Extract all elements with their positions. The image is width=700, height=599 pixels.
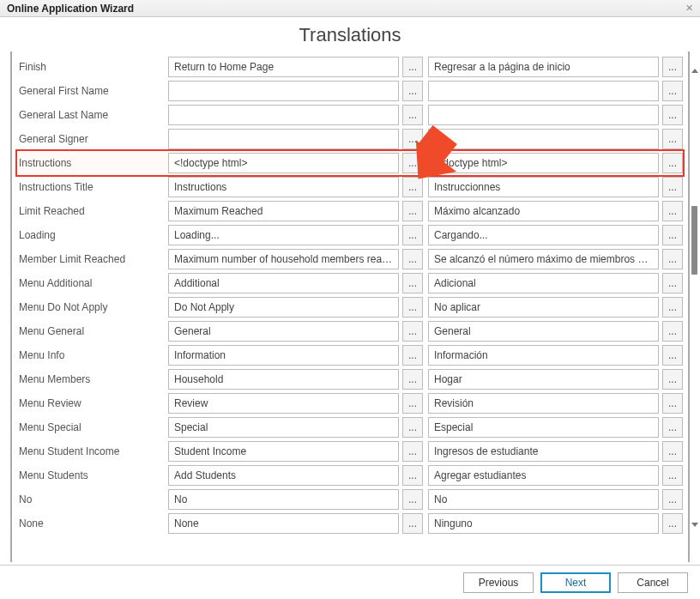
target-input[interactable] <box>428 273 659 293</box>
ellipsis-button[interactable]: ... <box>402 321 423 342</box>
source-cell: ... <box>168 297 423 318</box>
source-input[interactable] <box>168 201 399 221</box>
ellipsis-button[interactable]: ... <box>402 345 423 366</box>
source-input[interactable] <box>168 369 399 390</box>
target-input[interactable] <box>428 129 659 149</box>
target-cell: ... <box>428 201 683 221</box>
ellipsis-button[interactable]: ... <box>402 297 423 318</box>
ellipsis-button[interactable]: ... <box>402 393 423 414</box>
row-label: Menu Review <box>17 397 163 409</box>
ellipsis-button[interactable]: ... <box>662 225 683 245</box>
scroll-down-icon[interactable] <box>691 523 698 527</box>
source-cell: ... <box>168 321 423 342</box>
ellipsis-button[interactable]: ... <box>402 513 423 534</box>
ellipsis-button[interactable]: ... <box>662 345 683 366</box>
target-input[interactable] <box>428 465 659 486</box>
ellipsis-button[interactable]: ... <box>662 465 683 486</box>
source-input[interactable] <box>168 225 399 245</box>
source-input[interactable] <box>168 153 399 173</box>
ellipsis-button[interactable]: ... <box>662 513 683 534</box>
ellipsis-button[interactable]: ... <box>402 105 423 125</box>
ellipsis-button[interactable]: ... <box>402 249 423 269</box>
ellipsis-button[interactable]: ... <box>402 273 423 293</box>
source-input[interactable] <box>168 249 399 269</box>
row-label: Menu Student Income <box>17 445 163 457</box>
source-input[interactable] <box>168 273 399 293</box>
target-input[interactable] <box>428 105 659 125</box>
source-input[interactable] <box>168 345 399 366</box>
source-input[interactable] <box>168 57 399 77</box>
cancel-button[interactable]: Cancel <box>618 572 688 593</box>
ellipsis-button[interactable]: ... <box>662 369 683 390</box>
target-input[interactable] <box>428 201 659 221</box>
target-input[interactable] <box>428 57 659 77</box>
target-input[interactable] <box>428 225 659 245</box>
source-input[interactable] <box>168 81 399 101</box>
target-input[interactable] <box>428 81 659 101</box>
ellipsis-button[interactable]: ... <box>662 417 683 438</box>
ellipsis-button[interactable]: ... <box>662 441 683 462</box>
window-title: Online Application Wizard <box>7 3 134 15</box>
target-input[interactable] <box>428 153 659 173</box>
source-input[interactable] <box>168 465 399 486</box>
ellipsis-button[interactable]: ... <box>662 273 683 293</box>
next-button[interactable]: Next <box>540 572 611 593</box>
source-input[interactable] <box>168 417 399 438</box>
ellipsis-button[interactable]: ... <box>662 321 683 342</box>
ellipsis-button[interactable]: ... <box>662 297 683 318</box>
ellipsis-button[interactable]: ... <box>402 441 423 462</box>
target-input[interactable] <box>428 441 659 462</box>
target-input[interactable] <box>428 177 659 197</box>
ellipsis-button[interactable]: ... <box>662 393 683 414</box>
previous-button[interactable]: Previous <box>463 572 534 593</box>
translation-row: Menu Members...... <box>17 367 683 391</box>
row-label: General First Name <box>17 85 163 97</box>
ellipsis-button[interactable]: ... <box>402 57 423 77</box>
target-input[interactable] <box>428 321 659 342</box>
ellipsis-button[interactable]: ... <box>402 201 423 221</box>
ellipsis-button[interactable]: ... <box>402 369 423 390</box>
target-input[interactable] <box>428 513 659 534</box>
ellipsis-button[interactable]: ... <box>662 249 683 269</box>
source-cell: ... <box>168 441 423 462</box>
source-input[interactable] <box>168 105 399 125</box>
source-input[interactable] <box>168 321 399 342</box>
source-input[interactable] <box>168 297 399 318</box>
translation-row: Instructions...... <box>17 151 683 175</box>
ellipsis-button[interactable]: ... <box>402 465 423 486</box>
ellipsis-button[interactable]: ... <box>402 489 423 510</box>
target-input[interactable] <box>428 345 659 366</box>
source-input[interactable] <box>168 177 399 197</box>
target-input[interactable] <box>428 489 659 510</box>
row-label: Instructions <box>17 157 163 169</box>
target-input[interactable] <box>428 417 659 438</box>
target-input[interactable] <box>428 249 659 269</box>
source-input[interactable] <box>168 129 399 149</box>
source-input[interactable] <box>168 441 399 462</box>
source-input[interactable] <box>168 489 399 510</box>
ellipsis-button[interactable]: ... <box>402 225 423 245</box>
row-label: Menu Additional <box>17 277 163 289</box>
source-input[interactable] <box>168 513 399 534</box>
target-input[interactable] <box>428 393 659 414</box>
ellipsis-button[interactable]: ... <box>662 201 683 221</box>
target-cell: ... <box>428 57 683 77</box>
vertical-scrollbar[interactable] <box>691 69 698 527</box>
ellipsis-button[interactable]: ... <box>662 489 683 510</box>
ellipsis-button[interactable]: ... <box>662 57 683 77</box>
source-cell: ... <box>168 81 423 101</box>
close-icon[interactable]: ✕ <box>685 3 693 14</box>
ellipsis-button[interactable]: ... <box>662 81 683 101</box>
scroll-up-icon[interactable] <box>691 69 698 73</box>
ellipsis-button[interactable]: ... <box>402 81 423 101</box>
ellipsis-button[interactable]: ... <box>662 177 683 197</box>
ellipsis-button[interactable]: ... <box>662 105 683 125</box>
ellipsis-button[interactable]: ... <box>662 153 683 173</box>
ellipsis-button[interactable]: ... <box>402 417 423 438</box>
row-label: Member Limit Reached <box>17 253 163 265</box>
scroll-thumb[interactable] <box>691 206 697 275</box>
target-input[interactable] <box>428 297 659 318</box>
target-input[interactable] <box>428 369 659 390</box>
ellipsis-button[interactable]: ... <box>662 129 683 149</box>
source-input[interactable] <box>168 393 399 414</box>
